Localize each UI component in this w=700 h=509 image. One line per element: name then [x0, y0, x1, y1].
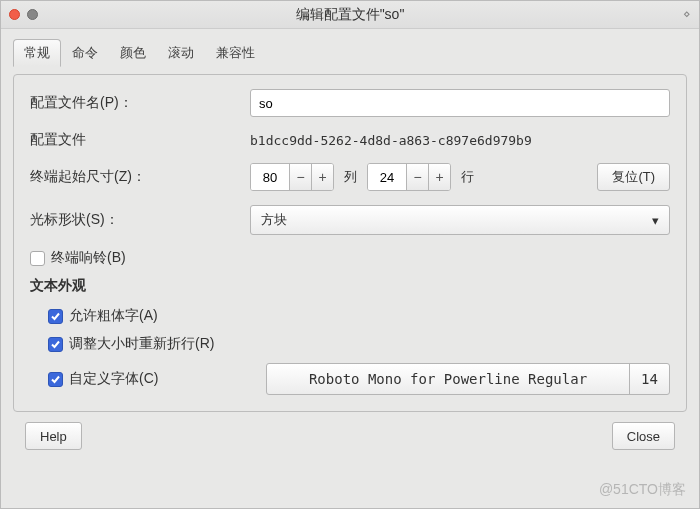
tabbar: 常规 命令 颜色 滚动 兼容性: [13, 39, 687, 67]
columns-spinner[interactable]: − +: [250, 163, 334, 191]
font-chooser-button[interactable]: Roboto Mono for Powerline Regular 14: [266, 363, 670, 395]
allow-bold-label: 允许粗体字(A): [69, 307, 158, 325]
font-size: 14: [629, 364, 669, 394]
tab-pane-general: 配置文件名(P)： 配置文件 b1dcc9dd-5262-4d8d-a863-c…: [13, 74, 687, 412]
cursor-shape-combobox[interactable]: 方块 ▾: [250, 205, 670, 235]
cursor-shape-label: 光标形状(S)：: [30, 211, 240, 229]
profile-id-label: 配置文件: [30, 131, 240, 149]
columns-increment[interactable]: +: [311, 164, 333, 190]
window-minimize-button[interactable]: [27, 9, 38, 20]
allow-bold-checkbox[interactable]: [48, 309, 63, 324]
custom-font-label: 自定义字体(C): [69, 370, 158, 388]
rewrap-on-resize-checkbox[interactable]: [48, 337, 63, 352]
reset-button[interactable]: 复位(T): [597, 163, 670, 191]
tab-command[interactable]: 命令: [61, 39, 109, 67]
font-name: Roboto Mono for Powerline Regular: [267, 371, 629, 387]
rows-input[interactable]: [368, 164, 406, 190]
profile-name-label: 配置文件名(P)：: [30, 94, 240, 112]
custom-font-checkbox[interactable]: [48, 372, 63, 387]
initial-size-label: 终端起始尺寸(Z)：: [30, 168, 240, 186]
tab-scrolling[interactable]: 滚动: [157, 39, 205, 67]
rows-unit: 行: [461, 168, 474, 186]
titlebar: 编辑配置文件"so" ⋄: [1, 1, 699, 29]
rows-decrement[interactable]: −: [406, 164, 428, 190]
close-button[interactable]: Close: [612, 422, 675, 450]
dialog-footer: Help Close: [13, 412, 687, 460]
window: 编辑配置文件"so" ⋄ 常规 命令 颜色 滚动 兼容性 配置文件名(P)： 配…: [0, 0, 700, 509]
profile-id-value: b1dcc9dd-5262-4d8d-a863-c897e6d979b9: [250, 133, 532, 148]
watermark: @51CTO博客: [599, 481, 686, 499]
rewrap-on-resize-label: 调整大小时重新折行(R): [69, 335, 214, 353]
columns-decrement[interactable]: −: [289, 164, 311, 190]
columns-unit: 列: [344, 168, 357, 186]
window-title: 编辑配置文件"so": [1, 6, 699, 24]
text-appearance-heading: 文本外观: [30, 277, 670, 295]
rows-increment[interactable]: +: [428, 164, 450, 190]
columns-input[interactable]: [251, 164, 289, 190]
cursor-shape-value: 方块: [261, 211, 287, 229]
tab-general[interactable]: 常规: [13, 39, 61, 67]
profile-name-input[interactable]: [250, 89, 670, 117]
terminal-bell-label: 终端响铃(B): [51, 249, 126, 267]
content-area: 常规 命令 颜色 滚动 兼容性 配置文件名(P)： 配置文件 b1dcc9dd-…: [1, 29, 699, 468]
rows-spinner[interactable]: − +: [367, 163, 451, 191]
window-close-button[interactable]: [9, 9, 20, 20]
chevron-down-icon: ▾: [652, 213, 659, 228]
terminal-bell-checkbox[interactable]: [30, 251, 45, 266]
tab-compatibility[interactable]: 兼容性: [205, 39, 266, 67]
tab-colors[interactable]: 颜色: [109, 39, 157, 67]
anchor-icon: ⋄: [683, 7, 691, 21]
help-button[interactable]: Help: [25, 422, 82, 450]
